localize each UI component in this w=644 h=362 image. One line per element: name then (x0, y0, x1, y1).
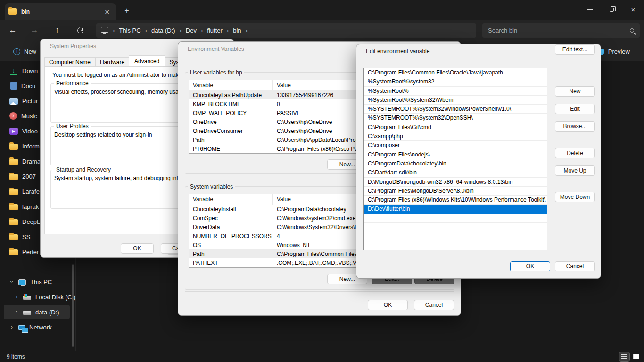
tree-item[interactable]: › Local Disk (C:) (4, 290, 70, 304)
sidebar-item-label: DeepL (22, 218, 40, 225)
thumbnails-view-button[interactable] (631, 352, 641, 361)
refresh-button[interactable] (73, 23, 87, 37)
drive-windows-icon (23, 296, 31, 300)
sidebar-item-label: 2007 (22, 173, 36, 180)
ok-button[interactable]: OK (510, 261, 550, 272)
path-list-item[interactable]: %SYSTEMROOT%\System32\WindowsPowerShell\… (364, 105, 547, 114)
path-list[interactable]: C:\Program Files\Common Files\Oracle\Jav… (363, 68, 547, 250)
restore-icon (610, 8, 614, 12)
delete-path-button[interactable]: Delete (555, 148, 595, 158)
tree-item-label: Network (29, 324, 52, 331)
sidebar-scrollbar[interactable] (72, 264, 74, 347)
move-down-button[interactable]: Move Down (555, 192, 595, 202)
dialog-tab[interactable]: Advanced (129, 55, 165, 66)
tree-item[interactable]: › This PC (4, 275, 70, 289)
path-list-item[interactable]: C:\Program Files\Common Files\Oracle\Jav… (364, 68, 547, 77)
path-list-item[interactable]: %SystemRoot%\System32\Wbem (364, 96, 547, 105)
address-bar[interactable]: › This PC › data (D:) › Dev › (96, 23, 476, 38)
folder-icon (9, 144, 18, 150)
path-list-item[interactable]: C:\Program Files\Git\cmd (364, 123, 547, 132)
breadcrumb: This PC › data (D:) › Dev › flutter (119, 27, 252, 34)
statusbar-divider (32, 354, 32, 360)
folder-icon (9, 189, 18, 195)
column-variable[interactable]: Variable (189, 80, 273, 90)
close-window-button[interactable]: × (622, 0, 644, 19)
breadcrumb-item[interactable]: Dev (186, 27, 197, 34)
search-box[interactable] (482, 23, 640, 38)
path-list-item[interactable]: C:\xampp\php (364, 132, 547, 141)
tree-item[interactable]: › data (D:) (4, 305, 70, 319)
document-icon (10, 82, 17, 90)
breadcrumb-item[interactable]: flutter (207, 27, 223, 34)
breadcrumb-item[interactable]: data (D:) (151, 27, 175, 34)
move-up-button[interactable]: Move Up (555, 165, 595, 176)
tree-item[interactable]: › Network (4, 320, 70, 334)
new-path-button[interactable]: New (555, 86, 595, 97)
navigation-bar: ← → ↑ › This PC › data (D:) › (0, 20, 644, 41)
path-list-item[interactable]: D:\Dev\flutter\bin (364, 205, 547, 214)
restore-button[interactable] (601, 0, 622, 19)
column-value[interactable]: Value (273, 196, 291, 203)
dialog-tab[interactable]: Hardware (95, 57, 129, 66)
edit-text-button[interactable]: Edit text... (555, 44, 595, 55)
tree-item-label: Local Disk (C:) (35, 294, 75, 301)
path-list-item[interactable]: D:\MongoDB\mongodb-win32-x86_64-windows-… (364, 178, 547, 187)
music-icon (9, 112, 17, 120)
column-value[interactable]: Value (273, 82, 291, 89)
up-icon: ↑ (55, 25, 59, 35)
sidebar-item-label: Pictur (22, 98, 38, 105)
sidebar-item-label: Video (22, 128, 38, 135)
path-list-item[interactable]: C:\Program Files (x86)\Windows Kits\10\W… (364, 196, 547, 205)
path-list-item[interactable]: C:\Dart\dart-sdk\bin (364, 168, 547, 177)
ok-button[interactable]: OK (368, 300, 408, 310)
chevron-right-icon[interactable]: › (9, 324, 14, 330)
path-list-item[interactable]: %SYSTEMROOT%\System32\OpenSSH\ (364, 114, 547, 123)
folder-icon (9, 174, 18, 180)
path-list-item[interactable]: %SystemRoot%\system32 (364, 77, 547, 86)
status-bar: 9 items (0, 351, 644, 362)
search-input[interactable] (488, 27, 630, 34)
minimize-icon (587, 9, 593, 10)
network-icon (18, 325, 25, 330)
this-pc-icon (101, 27, 108, 33)
thumbnails-view-icon (633, 354, 639, 359)
chevron-right-icon[interactable]: › (8, 280, 15, 284)
folder-icon (9, 204, 18, 210)
up-button[interactable]: ↑ (50, 23, 64, 37)
path-list-item[interactable]: %SystemRoot% (364, 87, 547, 96)
browse-button[interactable]: Browse... (555, 121, 595, 132)
ok-button[interactable]: OK (121, 243, 154, 254)
chevron-right-icon: › (180, 27, 182, 34)
back-button[interactable]: ← (6, 23, 20, 37)
chevron-right-icon[interactable]: › (14, 294, 19, 300)
download-icon (9, 67, 18, 74)
breadcrumb-item[interactable]: bin (233, 27, 241, 34)
tab-title: bin (21, 8, 102, 15)
forward-button[interactable]: → (27, 23, 41, 37)
dialog-title: Environment Variables (188, 46, 244, 52)
sidebar-item-label: Larafe (22, 188, 40, 195)
column-variable[interactable]: Variable (189, 194, 273, 205)
chevron-right-icon[interactable]: › (14, 309, 19, 315)
forward-icon: → (31, 25, 39, 35)
details-view-button[interactable] (619, 352, 629, 361)
folder-icon (9, 234, 18, 240)
edit-path-button[interactable]: Edit (555, 104, 595, 114)
path-list-item[interactable]: C:\ProgramData\chocolatey\bin (364, 159, 547, 168)
cancel-button[interactable]: Cancel (414, 300, 454, 310)
dialog-divider (185, 291, 454, 292)
breadcrumb-item[interactable]: This PC (119, 27, 140, 34)
path-list-item[interactable]: C:\composer (364, 141, 547, 150)
explorer-tab-bin[interactable]: bin × (5, 3, 116, 20)
sidebar-item-label: SS (22, 233, 30, 240)
path-list-item[interactable]: C:\Program Files\nodejs\ (364, 150, 547, 159)
new-tab-button[interactable]: + (121, 5, 133, 17)
dialog-tab[interactable]: Computer Name (44, 57, 95, 66)
tab-close-button[interactable]: × (102, 7, 112, 17)
path-list-item[interactable]: C:\Program Files\MongoDB\Server\8.0\bin (364, 187, 547, 196)
edit-environment-variable-dialog: Edit environment variable × C:\Program F… (356, 44, 601, 279)
minimize-button[interactable] (579, 0, 601, 19)
items-count: 9 items (7, 354, 25, 360)
cancel-button[interactable]: Cancel (555, 261, 595, 272)
sidebar-item-label: Perter (22, 248, 39, 255)
